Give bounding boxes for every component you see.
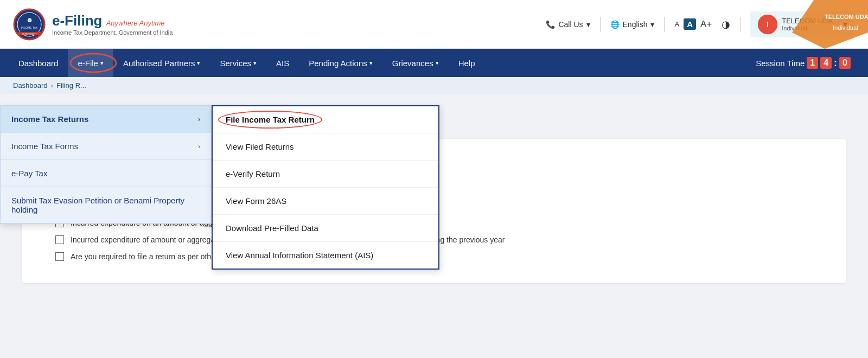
globe-icon: 🌐 [610,20,620,29]
breadcrumb-dropdown-area: Dashboard › Filing R... Income Tax Retur… [0,77,868,94]
submenu-view-filed-returns[interactable]: View Filed Returns [213,133,438,161]
nav-efile[interactable]: e-File ▾ [68,49,113,77]
header: ☸ INCOME TAX DEPARTMENT e-Filing Anywher… [0,0,868,49]
nav-grievances[interactable]: Grievances ▾ [382,49,449,77]
phone-icon: 📞 [546,20,555,29]
chevron-down-icon: ▾ [197,60,200,67]
efile-dropdown-panel: Income Tax Returns › Income Tax Forms › … [0,105,212,224]
svg-text:☸: ☸ [27,17,32,23]
nav-dashboard[interactable]: Dashboard [9,49,68,77]
emblem-icon: ☸ INCOME TAX DEPARTMENT [13,8,46,41]
language-button[interactable]: 🌐 English ▾ [610,20,655,29]
breadcrumb: Dashboard › Filing R... [0,77,868,94]
nav-authorised-partners[interactable]: Authorised Partners ▾ [113,49,210,77]
svg-text:DEPARTMENT: DEPARTMENT [22,33,37,35]
divider [600,17,601,32]
chevron-down-icon: ▾ [843,19,847,29]
font-decrease-button[interactable]: A [674,20,679,28]
user-menu[interactable]: I TELECOM UDA... Individual ▾ [750,11,855,37]
breadcrumb-home[interactable]: Dashboard [13,81,48,90]
efile-panel-tax-evasion[interactable]: Submit Tax Evasion Petition or Benami Pr… [1,187,211,223]
avatar-decoration: I [758,15,777,34]
chevron-down-icon: ▾ [586,20,590,29]
contrast-button[interactable]: ◑ [722,18,730,30]
submenu-file-itr[interactable]: File Income Tax Return [213,106,438,133]
chevron-down-icon: ▾ [253,60,257,67]
logo-area: ☸ INCOME TAX DEPARTMENT e-Filing Anywher… [13,8,173,41]
logo-efiling: e-Filing Anywhere Anytime [52,12,173,29]
submenu-everify-return[interactable]: e-Verify Return [213,161,438,188]
divider2 [664,17,665,32]
session-timer: Session Time 1 4 : 0 [747,57,859,69]
user-name: TELECOM UDA... [782,17,839,25]
chevron-down-icon: ▾ [369,60,373,67]
efile-panel-epay-tax[interactable]: e-Pay Tax [1,160,211,187]
breadcrumb-separator: › [51,81,53,90]
efile-panel-income-tax-forms[interactable]: Income Tax Forms › [1,133,211,160]
navbar: Dashboard e-File ▾ Authorised Partners ▾… [0,49,868,77]
submenu-view-form-26as[interactable]: View Form 26AS [213,188,438,215]
nav-help[interactable]: Help [449,49,485,77]
chevron-down-icon: ▾ [650,20,654,29]
nav-ais[interactable]: AIS [266,49,299,77]
checkbox-2[interactable] [55,235,64,244]
header-right: 📞 Call Us ▾ 🌐 English ▾ A A A+ ◑ I [546,11,855,37]
arrow-right-icon: › [198,116,200,123]
user-type: Individual [782,25,839,31]
submenu-download-prefilled[interactable]: Download Pre-Filled Data [213,215,438,242]
call-us-button[interactable]: 📞 Call Us ▾ [546,20,590,29]
efile-panel-income-tax-returns[interactable]: Income Tax Returns › [1,106,211,133]
chevron-down-icon: ▾ [100,60,104,67]
logo-text: e-Filing Anywhere Anytime Income Tax Dep… [52,12,173,36]
svg-text:INCOME TAX: INCOME TAX [21,26,38,29]
breadcrumb-current: Filing R... [56,81,86,90]
chevron-down-icon: ▾ [436,60,439,67]
logo-subtitle: Income Tax Department, Government of Ind… [52,29,173,36]
divider3 [740,17,741,32]
submenu-view-ais[interactable]: View Annual Information Statement (AIS) [213,242,438,268]
font-normal-button[interactable]: A [684,18,696,30]
svg-text:I: I [767,20,769,29]
arrow-right-icon: › [198,143,200,150]
avatar: I [758,15,777,34]
nav-pending-actions[interactable]: Pending Actions ▾ [299,49,382,77]
font-controls: A A A+ [674,18,712,30]
nav-services[interactable]: Services ▾ [210,49,266,77]
navbar-inner: Dashboard e-File ▾ Authorised Partners ▾… [9,49,859,77]
font-increase-button[interactable]: A+ [700,19,712,30]
checkbox-3[interactable] [55,252,64,261]
services-submenu: File Income Tax Return View Filed Return… [212,105,439,270]
